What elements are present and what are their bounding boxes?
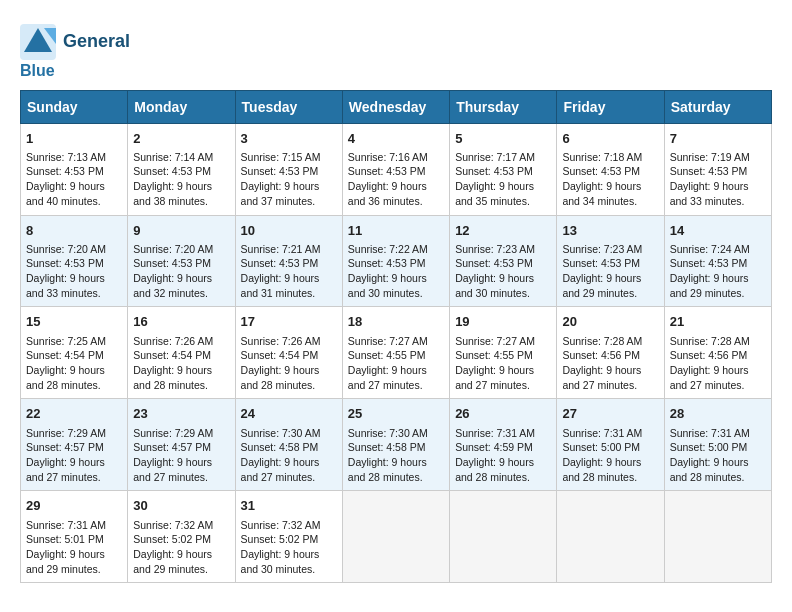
calendar-day-22: 22Sunrise: 7:29 AMSunset: 4:57 PMDayligh… bbox=[21, 399, 128, 491]
calendar-day-27: 27Sunrise: 7:31 AMSunset: 5:00 PMDayligh… bbox=[557, 399, 664, 491]
sunrise-label: Sunrise: 7:31 AM bbox=[455, 427, 535, 439]
sunrise-label: Sunrise: 7:19 AM bbox=[670, 151, 750, 163]
sunset-label: Sunset: 4:53 PM bbox=[670, 165, 748, 177]
calendar-day-6: 6Sunrise: 7:18 AMSunset: 4:53 PMDaylight… bbox=[557, 123, 664, 215]
sunset-label: Sunset: 4:53 PM bbox=[455, 165, 533, 177]
daylight-label: Daylight: 9 hours and 27 minutes. bbox=[241, 456, 320, 483]
day-number: 30 bbox=[133, 497, 229, 515]
daylight-label: Daylight: 9 hours and 27 minutes. bbox=[133, 456, 212, 483]
header-thursday: Thursday bbox=[450, 90, 557, 123]
daylight-label: Daylight: 9 hours and 30 minutes. bbox=[455, 272, 534, 299]
sunrise-label: Sunrise: 7:32 AM bbox=[133, 519, 213, 531]
calendar-day-16: 16Sunrise: 7:26 AMSunset: 4:54 PMDayligh… bbox=[128, 307, 235, 399]
calendar-day-9: 9Sunrise: 7:20 AMSunset: 4:53 PMDaylight… bbox=[128, 215, 235, 307]
sunset-label: Sunset: 4:53 PM bbox=[241, 165, 319, 177]
sunrise-label: Sunrise: 7:32 AM bbox=[241, 519, 321, 531]
day-number: 28 bbox=[670, 405, 766, 423]
sunrise-label: Sunrise: 7:20 AM bbox=[26, 243, 106, 255]
daylight-label: Daylight: 9 hours and 29 minutes. bbox=[670, 272, 749, 299]
sunrise-label: Sunrise: 7:26 AM bbox=[241, 335, 321, 347]
daylight-label: Daylight: 9 hours and 28 minutes. bbox=[26, 364, 105, 391]
daylight-label: Daylight: 9 hours and 28 minutes. bbox=[241, 364, 320, 391]
sunrise-label: Sunrise: 7:28 AM bbox=[670, 335, 750, 347]
sunrise-label: Sunrise: 7:29 AM bbox=[133, 427, 213, 439]
daylight-label: Daylight: 9 hours and 33 minutes. bbox=[670, 180, 749, 207]
day-number: 23 bbox=[133, 405, 229, 423]
header-friday: Friday bbox=[557, 90, 664, 123]
daylight-label: Daylight: 9 hours and 30 minutes. bbox=[241, 548, 320, 575]
sunset-label: Sunset: 4:53 PM bbox=[455, 257, 533, 269]
sunrise-label: Sunrise: 7:23 AM bbox=[562, 243, 642, 255]
day-number: 16 bbox=[133, 313, 229, 331]
sunset-label: Sunset: 5:02 PM bbox=[241, 533, 319, 545]
sunrise-label: Sunrise: 7:24 AM bbox=[670, 243, 750, 255]
sunset-label: Sunset: 4:56 PM bbox=[562, 349, 640, 361]
calendar-day-18: 18Sunrise: 7:27 AMSunset: 4:55 PMDayligh… bbox=[342, 307, 449, 399]
daylight-label: Daylight: 9 hours and 31 minutes. bbox=[241, 272, 320, 299]
sunset-label: Sunset: 4:53 PM bbox=[348, 165, 426, 177]
daylight-label: Daylight: 9 hours and 27 minutes. bbox=[26, 456, 105, 483]
day-number: 5 bbox=[455, 130, 551, 148]
sunrise-label: Sunrise: 7:26 AM bbox=[133, 335, 213, 347]
calendar-day-19: 19Sunrise: 7:27 AMSunset: 4:55 PMDayligh… bbox=[450, 307, 557, 399]
day-number: 22 bbox=[26, 405, 122, 423]
daylight-label: Daylight: 9 hours and 33 minutes. bbox=[26, 272, 105, 299]
calendar-week-5: 29Sunrise: 7:31 AMSunset: 5:01 PMDayligh… bbox=[21, 491, 772, 583]
daylight-label: Daylight: 9 hours and 28 minutes. bbox=[455, 456, 534, 483]
calendar-day-7: 7Sunrise: 7:19 AMSunset: 4:53 PMDaylight… bbox=[664, 123, 771, 215]
daylight-label: Daylight: 9 hours and 29 minutes. bbox=[26, 548, 105, 575]
sunset-label: Sunset: 5:02 PM bbox=[133, 533, 211, 545]
calendar-day-31: 31Sunrise: 7:32 AMSunset: 5:02 PMDayligh… bbox=[235, 491, 342, 583]
sunrise-label: Sunrise: 7:21 AM bbox=[241, 243, 321, 255]
day-number: 11 bbox=[348, 222, 444, 240]
header-tuesday: Tuesday bbox=[235, 90, 342, 123]
calendar-day-21: 21Sunrise: 7:28 AMSunset: 4:56 PMDayligh… bbox=[664, 307, 771, 399]
calendar-day-14: 14Sunrise: 7:24 AMSunset: 4:53 PMDayligh… bbox=[664, 215, 771, 307]
day-number: 31 bbox=[241, 497, 337, 515]
calendar-day-26: 26Sunrise: 7:31 AMSunset: 4:59 PMDayligh… bbox=[450, 399, 557, 491]
day-number: 14 bbox=[670, 222, 766, 240]
sunset-label: Sunset: 4:53 PM bbox=[26, 257, 104, 269]
daylight-label: Daylight: 9 hours and 37 minutes. bbox=[241, 180, 320, 207]
sunrise-label: Sunrise: 7:31 AM bbox=[26, 519, 106, 531]
sunrise-label: Sunrise: 7:15 AM bbox=[241, 151, 321, 163]
sunrise-label: Sunrise: 7:31 AM bbox=[670, 427, 750, 439]
daylight-label: Daylight: 9 hours and 38 minutes. bbox=[133, 180, 212, 207]
sunset-label: Sunset: 4:53 PM bbox=[562, 165, 640, 177]
daylight-label: Daylight: 9 hours and 32 minutes. bbox=[133, 272, 212, 299]
day-number: 29 bbox=[26, 497, 122, 515]
sunset-label: Sunset: 5:01 PM bbox=[26, 533, 104, 545]
empty-day bbox=[557, 491, 664, 583]
sunset-label: Sunset: 4:57 PM bbox=[133, 441, 211, 453]
daylight-label: Daylight: 9 hours and 27 minutes. bbox=[562, 364, 641, 391]
sunrise-label: Sunrise: 7:18 AM bbox=[562, 151, 642, 163]
day-number: 27 bbox=[562, 405, 658, 423]
daylight-label: Daylight: 9 hours and 29 minutes. bbox=[133, 548, 212, 575]
daylight-label: Daylight: 9 hours and 29 minutes. bbox=[562, 272, 641, 299]
sunrise-label: Sunrise: 7:16 AM bbox=[348, 151, 428, 163]
sunset-label: Sunset: 4:58 PM bbox=[241, 441, 319, 453]
day-number: 20 bbox=[562, 313, 658, 331]
day-number: 12 bbox=[455, 222, 551, 240]
sunset-label: Sunset: 4:59 PM bbox=[455, 441, 533, 453]
sunset-label: Sunset: 4:53 PM bbox=[348, 257, 426, 269]
daylight-label: Daylight: 9 hours and 30 minutes. bbox=[348, 272, 427, 299]
day-number: 9 bbox=[133, 222, 229, 240]
calendar-day-20: 20Sunrise: 7:28 AMSunset: 4:56 PMDayligh… bbox=[557, 307, 664, 399]
sunset-label: Sunset: 4:54 PM bbox=[133, 349, 211, 361]
sunset-label: Sunset: 4:56 PM bbox=[670, 349, 748, 361]
day-number: 17 bbox=[241, 313, 337, 331]
sunset-label: Sunset: 4:58 PM bbox=[348, 441, 426, 453]
calendar-header-row: SundayMondayTuesdayWednesdayThursdayFrid… bbox=[21, 90, 772, 123]
day-number: 19 bbox=[455, 313, 551, 331]
sunrise-label: Sunrise: 7:13 AM bbox=[26, 151, 106, 163]
daylight-label: Daylight: 9 hours and 27 minutes. bbox=[670, 364, 749, 391]
sunrise-label: Sunrise: 7:27 AM bbox=[455, 335, 535, 347]
sunset-label: Sunset: 4:57 PM bbox=[26, 441, 104, 453]
calendar-day-12: 12Sunrise: 7:23 AMSunset: 4:53 PMDayligh… bbox=[450, 215, 557, 307]
day-number: 15 bbox=[26, 313, 122, 331]
calendar-week-2: 8Sunrise: 7:20 AMSunset: 4:53 PMDaylight… bbox=[21, 215, 772, 307]
sunset-label: Sunset: 4:53 PM bbox=[670, 257, 748, 269]
daylight-label: Daylight: 9 hours and 28 minutes. bbox=[348, 456, 427, 483]
day-number: 13 bbox=[562, 222, 658, 240]
